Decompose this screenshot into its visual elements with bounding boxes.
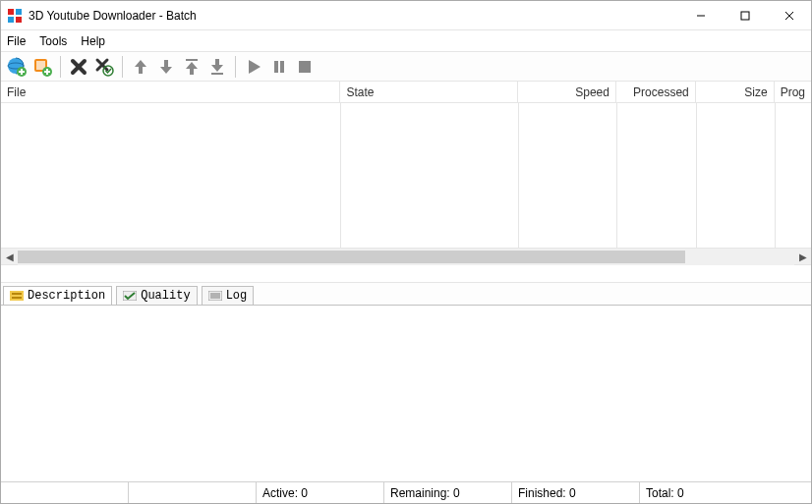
scroll-right-icon[interactable]: ▶: [794, 249, 811, 265]
toolbar-separator: [235, 56, 236, 78]
remove-completed-button[interactable]: [92, 55, 116, 79]
quality-icon: [123, 291, 137, 301]
close-button[interactable]: [767, 2, 811, 29]
svg-rect-24: [211, 73, 223, 75]
status-cell-2: [129, 482, 257, 503]
svg-rect-30: [12, 297, 22, 299]
svg-rect-27: [299, 61, 311, 73]
pause-button[interactable]: [267, 55, 291, 79]
description-icon: [10, 291, 24, 301]
scroll-track[interactable]: [18, 249, 794, 265]
status-total: Total: 0: [640, 482, 811, 503]
tab-description[interactable]: Description: [3, 286, 112, 305]
toolbar-separator: [122, 56, 123, 78]
menu-file[interactable]: File: [7, 34, 26, 48]
col-header-state[interactable]: State: [340, 82, 518, 102]
tab-label: Quality: [141, 289, 190, 303]
svg-rect-3: [16, 17, 22, 23]
svg-rect-29: [12, 293, 22, 295]
scroll-left-icon[interactable]: ◀: [1, 249, 18, 265]
status-finished: Finished: 0: [512, 482, 640, 503]
tab-quality[interactable]: Quality: [116, 286, 197, 305]
svg-rect-28: [10, 291, 24, 301]
svg-rect-1: [16, 9, 22, 15]
col-header-size[interactable]: Size: [696, 82, 775, 102]
detail-tabs: Description Quality Log: [1, 283, 811, 305]
splitter[interactable]: [1, 265, 811, 283]
col-header-processed[interactable]: Processed: [616, 82, 696, 102]
downloads-table-header: File State Speed Processed Size Prog: [1, 82, 811, 103]
col-header-progress[interactable]: Prog: [775, 82, 811, 102]
tab-label: Description: [28, 289, 105, 303]
svg-rect-23: [186, 59, 198, 61]
add-url-button[interactable]: [5, 55, 29, 79]
svg-rect-26: [280, 61, 284, 73]
move-top-button[interactable]: [180, 55, 203, 79]
titlebar: 3D Youtube Downloader - Batch: [1, 1, 811, 30]
downloads-table-body[interactable]: [1, 103, 811, 249]
toolbar: [1, 52, 811, 82]
app-icon: [7, 8, 23, 24]
scroll-thumb[interactable]: [18, 251, 685, 263]
svg-rect-5: [741, 12, 749, 20]
remove-button[interactable]: [67, 55, 90, 79]
maximize-button[interactable]: [723, 2, 767, 29]
move-bottom-button[interactable]: [205, 55, 229, 79]
svg-rect-25: [274, 61, 278, 73]
log-icon: [208, 291, 222, 301]
statusbar: Active: 0 Remaining: 0 Finished: 0 Total…: [1, 481, 811, 503]
start-button[interactable]: [242, 55, 265, 79]
menu-tools[interactable]: Tools: [39, 34, 67, 48]
horizontal-scrollbar[interactable]: ◀ ▶: [1, 249, 811, 265]
toolbar-separator: [60, 56, 61, 78]
status-active: Active: 0: [257, 482, 384, 503]
status-remaining: Remaining: 0: [384, 482, 512, 503]
svg-rect-2: [8, 17, 14, 23]
window-title: 3D Youtube Downloader - Batch: [29, 9, 197, 23]
col-header-speed[interactable]: Speed: [518, 82, 616, 102]
app-window: 3D Youtube Downloader - Batch File Tools…: [0, 0, 812, 504]
tab-log[interactable]: Log: [202, 286, 255, 305]
svg-rect-0: [8, 9, 14, 15]
move-up-button[interactable]: [129, 55, 152, 79]
col-header-file[interactable]: File: [1, 82, 340, 102]
menubar: File Tools Help: [1, 30, 811, 52]
minimize-button[interactable]: [678, 2, 723, 29]
add-file-button[interactable]: [30, 55, 54, 79]
status-cell-1: [1, 482, 129, 503]
detail-panel: [1, 305, 811, 481]
tab-label: Log: [226, 289, 248, 303]
move-down-button[interactable]: [154, 55, 178, 79]
menu-help[interactable]: Help: [81, 34, 105, 48]
stop-button[interactable]: [293, 55, 317, 79]
